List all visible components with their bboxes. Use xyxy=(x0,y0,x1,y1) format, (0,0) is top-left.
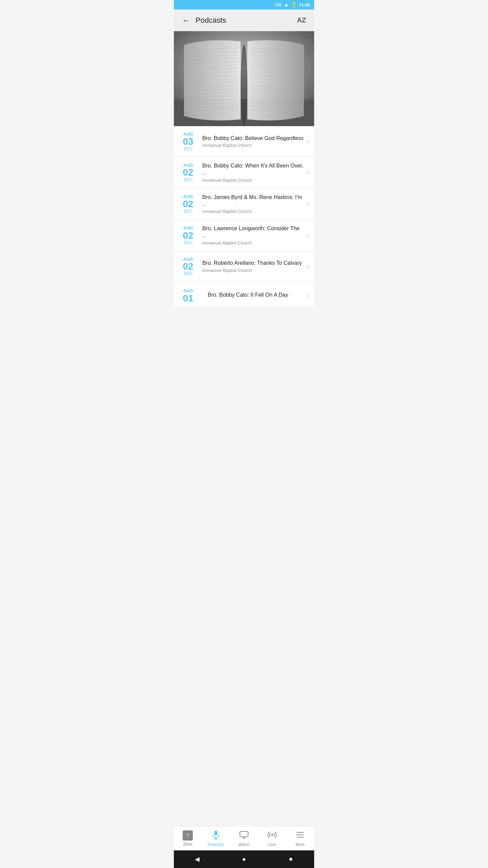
date-day: 02 xyxy=(183,231,193,240)
monitor-icon xyxy=(239,830,249,841)
nav-label-live: Live xyxy=(268,842,276,847)
nav-item-more[interactable]: More xyxy=(286,826,314,850)
svg-point-47 xyxy=(271,834,273,836)
android-home-button[interactable]: ● xyxy=(238,853,250,865)
header: ← Podcasts AZ xyxy=(174,9,314,31)
nav-item-live[interactable]: Live xyxy=(258,826,286,850)
podcast-church: Immanuel Baptist Church xyxy=(202,178,304,183)
podcast-info: Bro. James Byrd & Ms. Rene Harkins: I'm … xyxy=(202,194,304,214)
podcast-info: Bro. Lawrence Longworth: Consider The ..… xyxy=(202,225,304,245)
podcast-date: AUG 02 2017 xyxy=(179,163,197,182)
date-day: 03 xyxy=(183,137,193,146)
date-day: 01 xyxy=(183,294,193,303)
svg-rect-44 xyxy=(240,831,248,837)
hero-image xyxy=(174,31,314,126)
menu-icon xyxy=(296,830,305,841)
podcast-item-partial[interactable]: AUG 01 Bro. Bobby Cato: It Fell On A Day… xyxy=(174,282,314,307)
podcast-date: AUG 01 xyxy=(179,288,197,303)
date-day: 02 xyxy=(183,262,193,271)
live-broadcast-icon xyxy=(267,830,277,841)
podcast-date: AUG 02 2017 xyxy=(179,194,197,214)
chevron-right-icon: › xyxy=(306,231,309,239)
podcast-church: Immanuel Baptist Church xyxy=(202,209,304,214)
signal-bars-icon: ▲ xyxy=(284,2,289,8)
podcast-title: Bro. Roberto Arellano: Thanks To Calvary xyxy=(202,260,304,267)
podcast-item[interactable]: AUG 03 2017 Bro. Bobby Cato: Believe God… xyxy=(174,126,314,157)
time-display: 11:42 xyxy=(299,2,310,7)
podcast-title: Bro. Bobby Cato: Believe God Regardless xyxy=(202,135,304,142)
chevron-right-icon: › xyxy=(306,169,309,176)
nav-label-bible: Bible xyxy=(183,842,192,847)
date-day: 02 xyxy=(183,168,193,177)
nav-item-watch[interactable]: Watch xyxy=(230,826,258,850)
date-day: 02 xyxy=(183,199,193,209)
podcast-church: Immanuel Baptist Church xyxy=(202,143,304,148)
podcast-item[interactable]: AUG 02 2017 Bro. Lawrence Longworth: Con… xyxy=(174,220,314,251)
podcast-item[interactable]: AUG 02 2017 Bro. James Byrd & Ms. Rene H… xyxy=(174,189,314,220)
battery-icon: 🔋 xyxy=(291,2,297,7)
podcast-info: Bro. Roberto Arellano: Thanks To Calvary… xyxy=(202,260,304,273)
date-year: 2017 xyxy=(184,209,193,214)
android-back-button[interactable]: ◀ xyxy=(191,853,203,865)
back-button[interactable]: ← xyxy=(179,13,193,28)
podcast-info: Bro. Bobby Cato: Believe God Regardless … xyxy=(202,135,304,148)
date-year: 2017 xyxy=(184,240,193,245)
bible-nav-icon: † xyxy=(183,830,193,841)
podcast-title: Bro. Bobby Cato: When It's All Been Over… xyxy=(202,162,304,177)
android-recent-button[interactable]: ■ xyxy=(285,853,297,865)
podcast-title: Bro. Lawrence Longworth: Consider The .. xyxy=(202,225,304,239)
bottom-nav: † Bible Podcasts Watch xyxy=(174,826,314,850)
lte-signal-icon: LTE xyxy=(275,3,282,7)
podcast-date: AUG 02 2017 xyxy=(179,225,197,245)
status-bar: LTE ▲ 🔋 11:42 xyxy=(174,0,314,9)
page-title: Podcasts xyxy=(196,16,294,25)
svg-point-2 xyxy=(241,45,247,126)
nav-label-podcasts: Podcasts xyxy=(208,842,224,847)
sort-az-button[interactable]: AZ xyxy=(294,14,309,27)
podcast-list: AUG 03 2017 Bro. Bobby Cato: Believe God… xyxy=(174,126,314,307)
podcast-item[interactable]: AUG 02 2017 Bro. Roberto Arellano: Thank… xyxy=(174,251,314,282)
nav-label-more: More xyxy=(296,842,305,847)
podcast-church: Immanuel Baptist Church xyxy=(202,240,304,245)
podcast-info: Bro. Bobby Cato: It Fell On A Day xyxy=(208,292,304,300)
svg-rect-41 xyxy=(215,831,217,835)
date-year: 2017 xyxy=(184,177,193,182)
podcast-date: AUG 02 2017 xyxy=(179,257,197,276)
nav-label-watch: Watch xyxy=(238,842,250,847)
nav-item-podcasts[interactable]: Podcasts xyxy=(202,826,230,850)
chevron-right-icon: › xyxy=(306,262,309,270)
podcast-title: Bro. James Byrd & Ms. Rene Harkins: I'm … xyxy=(202,194,304,208)
android-nav-bar: ◀ ● ■ xyxy=(174,850,314,868)
podcast-church: Immanuel Baptist Church xyxy=(202,268,304,273)
chevron-right-icon: › xyxy=(306,200,309,208)
podcast-date: AUG 03 2017 xyxy=(179,132,197,151)
chevron-right-icon: › xyxy=(306,137,309,145)
chevron-right-icon: › xyxy=(306,292,309,299)
podcast-item[interactable]: AUG 02 2017 Bro. Bobby Cato: When It's A… xyxy=(174,157,314,189)
date-year: 2017 xyxy=(184,146,193,151)
date-year: 2017 xyxy=(184,271,193,276)
podcast-info: Bro. Bobby Cato: When It's All Been Over… xyxy=(202,162,304,183)
microphone-icon xyxy=(211,830,221,841)
nav-item-bible[interactable]: † Bible xyxy=(174,826,202,850)
podcast-title: Bro. Bobby Cato: It Fell On A Day xyxy=(208,292,304,299)
